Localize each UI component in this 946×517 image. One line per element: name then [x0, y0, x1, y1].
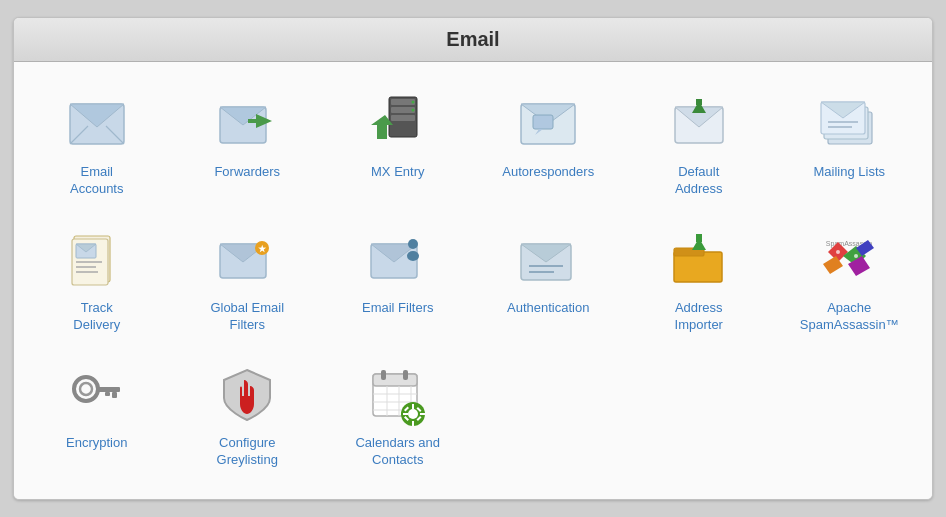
- svg-rect-64: [105, 392, 110, 396]
- svg-point-42: [408, 239, 418, 249]
- global-email-filters-item[interactable]: ★ Global EmailFilters: [175, 218, 321, 344]
- spamassassin-label: ApacheSpamAssassin™: [800, 300, 899, 334]
- spamassassin-icon: SpamAssassin: [817, 228, 881, 292]
- encryption-icon: [65, 363, 129, 427]
- mailing-lists-label: Mailing Lists: [813, 164, 885, 181]
- svg-rect-77: [412, 404, 414, 409]
- track-delivery-item[interactable]: TrackDelivery: [24, 218, 170, 344]
- email-filters-label: Email Filters: [362, 300, 434, 317]
- svg-rect-9: [391, 99, 415, 105]
- email-accounts-item[interactable]: EmailAccounts: [24, 82, 170, 208]
- panel-body: EmailAccounts Forwarders: [14, 62, 932, 499]
- default-address-label: DefaultAddress: [675, 164, 723, 198]
- email-filters-icon: [366, 228, 430, 292]
- svg-rect-17: [533, 115, 553, 129]
- default-address-item[interactable]: DefaultAddress: [626, 82, 772, 208]
- svg-point-43: [407, 251, 419, 261]
- svg-point-76: [408, 409, 418, 419]
- configure-greylisting-icon: [215, 363, 279, 427]
- mx-entry-icon: [366, 92, 430, 156]
- forwarders-item[interactable]: Forwarders: [175, 82, 321, 208]
- global-email-filters-icon: ★: [215, 228, 279, 292]
- global-email-filters-label: Global EmailFilters: [210, 300, 284, 334]
- svg-rect-10: [391, 107, 415, 113]
- mailing-lists-icon: [817, 92, 881, 156]
- default-address-icon: [667, 92, 731, 156]
- svg-point-58: [836, 250, 840, 254]
- configure-greylisting-item[interactable]: ConfigureGreylisting: [175, 353, 321, 479]
- address-importer-item[interactable]: AddressImporter: [626, 218, 772, 344]
- svg-point-61: [80, 383, 92, 395]
- svg-point-13: [411, 108, 414, 111]
- svg-point-60: [74, 377, 98, 401]
- calendars-contacts-icon: [366, 363, 430, 427]
- svg-rect-67: [381, 370, 386, 380]
- apache-spamassassin-item[interactable]: SpamAssassin ApacheSpamAssassin™: [777, 218, 923, 344]
- svg-point-12: [411, 100, 414, 103]
- svg-rect-66: [373, 374, 417, 386]
- svg-text:★: ★: [258, 244, 267, 254]
- email-filters-item[interactable]: Email Filters: [325, 218, 471, 344]
- email-accounts-label: EmailAccounts: [70, 164, 123, 198]
- svg-rect-80: [420, 413, 425, 415]
- encryption-item[interactable]: Encryption: [24, 353, 170, 479]
- authentication-item[interactable]: Authentication: [476, 218, 622, 344]
- mx-entry-label: MX Entry: [371, 164, 424, 181]
- panel-title: Email: [14, 18, 932, 62]
- svg-rect-68: [403, 370, 408, 380]
- address-importer-label: AddressImporter: [675, 300, 723, 334]
- icon-grid: EmailAccounts Forwarders: [24, 82, 922, 479]
- autoresponders-label: Autoresponders: [502, 164, 594, 181]
- svg-rect-51: [696, 234, 702, 242]
- mailing-lists-item[interactable]: Mailing Lists: [777, 82, 923, 208]
- svg-rect-63: [112, 392, 117, 398]
- svg-point-59: [854, 254, 858, 258]
- email-accounts-icon: [65, 92, 129, 156]
- svg-rect-79: [403, 413, 408, 415]
- autoresponders-item[interactable]: Autoresponders: [476, 82, 622, 208]
- encryption-label: Encryption: [66, 435, 127, 452]
- track-delivery-label: TrackDelivery: [73, 300, 120, 334]
- mx-entry-item[interactable]: MX Entry: [325, 82, 471, 208]
- configure-greylisting-label: ConfigureGreylisting: [217, 435, 278, 469]
- autoresponders-icon: [516, 92, 580, 156]
- authentication-icon: [516, 228, 580, 292]
- forwarders-label: Forwarders: [214, 164, 280, 181]
- forwarders-icon: [215, 92, 279, 156]
- track-delivery-icon: [65, 228, 129, 292]
- svg-rect-62: [96, 387, 120, 392]
- svg-rect-7: [248, 119, 258, 123]
- svg-rect-78: [412, 421, 414, 426]
- svg-rect-11: [391, 115, 415, 121]
- address-importer-icon: [667, 228, 731, 292]
- authentication-label: Authentication: [507, 300, 589, 317]
- email-panel: Email EmailAccounts: [13, 17, 933, 500]
- calendars-contacts-item[interactable]: Calendars andContacts: [325, 353, 471, 479]
- calendars-contacts-label: Calendars andContacts: [355, 435, 440, 469]
- svg-rect-22: [696, 99, 702, 105]
